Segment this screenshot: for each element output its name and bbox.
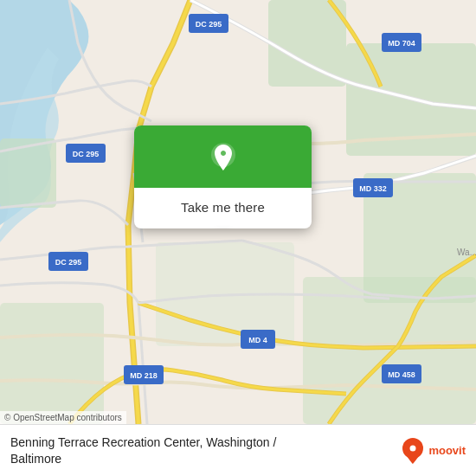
bottom-bar: Benning Terrace Recreation Center, Washi… <box>0 424 476 476</box>
svg-text:MD 458: MD 458 <box>388 370 415 379</box>
svg-text:DC 295: DC 295 <box>196 20 222 29</box>
osm-attribution: © OpenStreetMap contributors <box>0 411 126 424</box>
svg-text:MD 218: MD 218 <box>130 371 158 380</box>
svg-text:DC 295: DC 295 <box>55 258 82 267</box>
popup-bottom[interactable]: Take me there <box>160 188 286 228</box>
moovit-label: moovit <box>428 444 466 457</box>
moovit-logo: moovit <box>400 438 466 464</box>
svg-point-26 <box>410 445 416 451</box>
take-me-there-button[interactable]: Take me there <box>174 196 272 218</box>
svg-text:DC 295: DC 295 <box>73 150 100 158</box>
moovit-icon <box>400 438 426 464</box>
popup-header <box>134 125 312 188</box>
destination-text: Benning Terrace Recreation Center, Washi… <box>10 434 276 466</box>
popup-card: Take me there <box>134 125 312 228</box>
svg-text:MD 332: MD 332 <box>359 184 387 193</box>
destination-line2: Baltimore <box>10 452 61 466</box>
svg-text:MD 704: MD 704 <box>388 39 415 48</box>
location-pin-icon <box>207 141 240 174</box>
svg-text:MD 4: MD 4 <box>248 336 267 344</box>
svg-rect-5 <box>303 277 476 424</box>
map-container[interactable]: DC 295 DC 295 DC 295 MD 704 MD 332 MD 4 … <box>0 0 476 424</box>
svg-text:Wa...: Wa... <box>457 248 476 257</box>
attribution-text: © OpenStreetMap contributors <box>4 413 122 422</box>
svg-rect-1 <box>268 0 346 87</box>
destination-line1: Benning Terrace Recreation Center, Washi… <box>10 435 276 449</box>
